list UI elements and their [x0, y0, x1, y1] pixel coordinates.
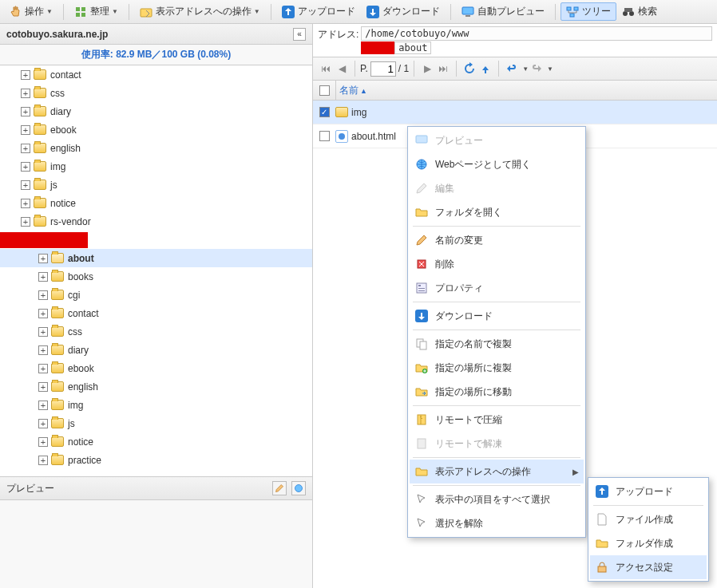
- undo-button[interactable]: [505, 61, 519, 76]
- organize-button[interactable]: 整理▼: [69, 2, 124, 21]
- tree-item-ebook[interactable]: +ebook: [0, 359, 312, 377]
- tree-item-ebook[interactable]: +ebook: [0, 120, 312, 139]
- redo-button[interactable]: [529, 61, 544, 76]
- tree-item-css[interactable]: +css: [0, 84, 312, 102]
- expand-icon[interactable]: +: [21, 107, 30, 116]
- search-button[interactable]: 検索: [616, 2, 663, 21]
- expand-icon[interactable]: +: [38, 254, 48, 263]
- display-address-op-button[interactable]: 表示アドレスへの操作▼: [134, 2, 266, 21]
- expand-icon[interactable]: +: [38, 290, 48, 300]
- expand-icon[interactable]: +: [38, 456, 48, 465]
- svg-rect-11: [570, 14, 574, 17]
- tree-item-notice[interactable]: +notice: [0, 194, 312, 212]
- tree-item-english[interactable]: +english: [0, 377, 312, 396]
- ctx-dup-name[interactable]: 指定の名前で複製: [410, 332, 584, 356]
- expand-icon[interactable]: +: [38, 364, 48, 373]
- collapse-button[interactable]: «: [293, 28, 306, 41]
- tree-item-diary[interactable]: +diary: [0, 341, 312, 359]
- tree-item-cgi[interactable]: +cgi: [0, 286, 312, 304]
- tree-item-contact[interactable]: +contact: [0, 65, 312, 84]
- ctx-property[interactable]: プロパティ: [410, 276, 584, 300]
- folder-icon: [51, 436, 64, 447]
- expand-icon[interactable]: +: [38, 327, 48, 337]
- ctx-download[interactable]: ダウンロード: [410, 304, 584, 328]
- tree-item-notice[interactable]: +notice: [0, 432, 312, 451]
- refresh-button[interactable]: [462, 61, 477, 76]
- folder-open-icon: [414, 205, 429, 219]
- edit-preview-button[interactable]: [272, 481, 287, 495]
- address-sub[interactable]: about: [394, 41, 431, 54]
- ctx-open-web[interactable]: Webページとして開く: [410, 152, 584, 176]
- sub-file-create[interactable]: ファイル作成: [590, 507, 707, 531]
- expand-icon[interactable]: +: [21, 70, 30, 80]
- operate-button[interactable]: 操作▼: [3, 2, 58, 21]
- expand-icon[interactable]: +: [21, 125, 30, 135]
- tree-item-label: img: [50, 161, 65, 172]
- tree-item-img[interactable]: +img: [0, 396, 312, 414]
- folder-icon: [51, 418, 64, 428]
- next-page-button[interactable]: ▶: [420, 61, 434, 76]
- row-checkbox[interactable]: [319, 131, 330, 141]
- tree-item-css[interactable]: +css: [0, 322, 312, 341]
- ctx-decompress[interactable]: リモートで解凍: [410, 432, 584, 456]
- ctx-dup-place[interactable]: 指定の場所に複製: [410, 356, 584, 380]
- sub-folder-create[interactable]: フォルダ作成: [590, 531, 707, 555]
- expand-icon[interactable]: +: [38, 345, 48, 355]
- tree-item-diary[interactable]: +diary: [0, 102, 312, 120]
- expand-icon[interactable]: +: [21, 144, 30, 153]
- tree-item-practice[interactable]: +practice: [0, 451, 312, 469]
- expand-icon[interactable]: +: [38, 437, 48, 447]
- sub-upload[interactable]: アップロード: [590, 479, 707, 503]
- first-page-button[interactable]: ⏮: [319, 61, 333, 76]
- expand-icon[interactable]: +: [21, 217, 30, 227]
- ctx-delete[interactable]: 削除: [410, 252, 584, 276]
- ctx-select-all[interactable]: 表示中の項目をすべて選択: [410, 487, 584, 511]
- ctx-display-addr-op[interactable]: 表示アドレスへの操作▶: [410, 460, 584, 483]
- select-all-checkbox[interactable]: [319, 85, 330, 96]
- tree-item-english[interactable]: +english: [0, 139, 312, 157]
- expand-icon[interactable]: +: [21, 89, 30, 98]
- tree-item-img[interactable]: +img: [0, 157, 312, 176]
- tree-button[interactable]: ツリー: [561, 2, 616, 21]
- expand-icon[interactable]: +: [21, 162, 30, 172]
- auto-preview-button[interactable]: 自動プレビュー: [456, 2, 550, 21]
- tree-item-rs-vendor[interactable]: +rs-vendor: [0, 212, 312, 231]
- ctx-rename[interactable]: 名前の変更: [410, 228, 584, 252]
- tree-item-books[interactable]: +books: [0, 267, 312, 286]
- monitor-icon: [461, 6, 474, 18]
- globe-icon: [414, 157, 429, 172]
- list-row-img[interactable]: img: [313, 101, 717, 124]
- page-input[interactable]: [370, 61, 396, 77]
- expand-icon[interactable]: +: [21, 199, 30, 208]
- expand-icon[interactable]: +: [38, 309, 48, 318]
- expand-icon[interactable]: +: [38, 272, 48, 282]
- svg-rect-16: [416, 136, 427, 143]
- address-path[interactable]: /home/cotobuyo/www: [361, 26, 712, 41]
- ctx-move-place[interactable]: 指定の場所に移動: [410, 380, 584, 404]
- download-icon: [366, 6, 379, 18]
- upload-button[interactable]: アップロード: [276, 2, 361, 21]
- globe-preview-button[interactable]: [291, 481, 306, 495]
- ctx-deselect[interactable]: 選択を解除: [410, 511, 584, 535]
- tree-item-js[interactable]: +js: [0, 414, 312, 432]
- last-page-button[interactable]: ⏭: [436, 61, 450, 76]
- tree-item-about[interactable]: +about: [0, 249, 312, 267]
- up-button[interactable]: [478, 61, 493, 76]
- expand-icon[interactable]: +: [21, 180, 30, 190]
- ctx-open-folder[interactable]: フォルダを開く: [410, 200, 584, 224]
- prev-page-button[interactable]: ◀: [335, 61, 349, 76]
- tree-icon: [566, 6, 579, 18]
- tree-item-contact[interactable]: +contact: [0, 304, 312, 322]
- ctx-compress[interactable]: リモートで圧縮: [410, 408, 584, 432]
- ctx-preview[interactable]: プレビュー: [410, 128, 584, 152]
- ctx-edit[interactable]: 編集: [410, 176, 584, 200]
- expand-icon[interactable]: +: [38, 382, 48, 392]
- expand-icon[interactable]: +: [38, 401, 48, 410]
- name-column-header[interactable]: 名前▲: [336, 84, 717, 97]
- row-checkbox[interactable]: [319, 107, 330, 117]
- download-button[interactable]: ダウンロード: [361, 2, 446, 21]
- expand-icon[interactable]: +: [38, 419, 48, 428]
- folder-tree[interactable]: +contact+css+diary+ebook+english+img+js+…: [0, 65, 312, 476]
- tree-item-js[interactable]: +js: [0, 176, 312, 194]
- sub-access[interactable]: アクセス設定: [590, 555, 707, 579]
